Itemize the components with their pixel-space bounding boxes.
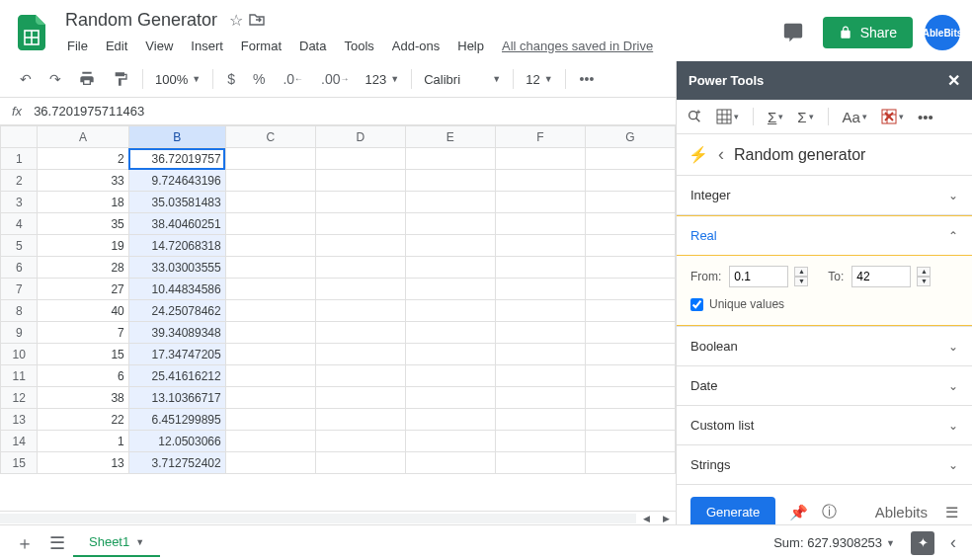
cell[interactable]: [585, 387, 675, 409]
cell[interactable]: [405, 344, 495, 365]
cell[interactable]: [225, 344, 315, 365]
cell[interactable]: 38: [38, 387, 128, 409]
cell[interactable]: 33: [38, 170, 128, 192]
cell[interactable]: [225, 322, 315, 344]
menu-file[interactable]: File: [59, 35, 96, 57]
cell[interactable]: [225, 279, 315, 300]
cell[interactable]: [315, 387, 405, 409]
cell[interactable]: [315, 344, 405, 365]
cell[interactable]: 38.40460251: [128, 213, 225, 235]
cell[interactable]: 35: [38, 213, 128, 235]
menu-data[interactable]: Data: [291, 35, 334, 57]
star-icon[interactable]: ☆: [229, 11, 243, 30]
tool-smart-icon[interactable]: [687, 109, 702, 124]
col-header-D[interactable]: D: [315, 126, 405, 148]
cell[interactable]: 15: [38, 344, 128, 365]
cell[interactable]: [585, 235, 675, 257]
cell[interactable]: 28: [38, 257, 128, 279]
cell[interactable]: 12.0503066: [128, 431, 225, 452]
paint-format-button[interactable]: [105, 65, 136, 93]
unique-checkbox-label[interactable]: Unique values: [690, 297, 958, 311]
cell[interactable]: [315, 322, 405, 344]
cell[interactable]: [225, 387, 315, 409]
cell[interactable]: 14.72068318: [128, 235, 225, 257]
row-header[interactable]: 13: [1, 409, 38, 431]
cell[interactable]: [315, 365, 405, 387]
cell[interactable]: [405, 279, 495, 300]
cell[interactable]: [315, 409, 405, 431]
row-header[interactable]: 1: [1, 148, 38, 170]
cell[interactable]: [315, 431, 405, 452]
cell[interactable]: [495, 213, 585, 235]
cell[interactable]: [585, 213, 675, 235]
menu-add-ons[interactable]: Add-ons: [384, 35, 447, 57]
decrease-decimal-button[interactable]: .0←: [275, 65, 311, 93]
cell[interactable]: [405, 170, 495, 192]
cell[interactable]: [405, 431, 495, 452]
col-header-A[interactable]: A: [38, 126, 128, 148]
doc-title[interactable]: Random Generator: [59, 8, 223, 33]
tool-clear-icon[interactable]: ▾: [881, 109, 904, 124]
formula-value[interactable]: 36.7201975711463: [34, 104, 144, 119]
cell[interactable]: [315, 257, 405, 279]
row-header[interactable]: 15: [1, 452, 38, 474]
zoom-select[interactable]: 100%▼: [149, 68, 206, 91]
row-header[interactable]: 7: [1, 279, 38, 300]
cell[interactable]: [495, 300, 585, 322]
row-header[interactable]: 3: [1, 192, 38, 213]
print-button[interactable]: [71, 65, 103, 93]
status-sum[interactable]: Sum: 627.9308253▼: [766, 531, 903, 554]
cell[interactable]: [585, 452, 675, 474]
cell[interactable]: [405, 300, 495, 322]
cell[interactable]: [225, 365, 315, 387]
unique-checkbox[interactable]: [690, 298, 703, 311]
cell[interactable]: 25.41616212: [128, 365, 225, 387]
share-button[interactable]: Share: [823, 17, 913, 48]
cell[interactable]: [585, 431, 675, 452]
cell[interactable]: 27: [38, 279, 128, 300]
cell[interactable]: [495, 431, 585, 452]
pin-icon[interactable]: 📌: [789, 504, 808, 521]
cell[interactable]: [405, 365, 495, 387]
cell[interactable]: 22: [38, 409, 128, 431]
cell[interactable]: 13.10366717: [128, 387, 225, 409]
cell[interactable]: [585, 365, 675, 387]
cell[interactable]: [315, 279, 405, 300]
cell[interactable]: 6.451299895: [128, 409, 225, 431]
section-boolean[interactable]: Boolean⌄: [677, 327, 972, 365]
row-header[interactable]: 9: [1, 322, 38, 344]
cell[interactable]: 9.724643196: [128, 170, 225, 192]
row-header[interactable]: 10: [1, 344, 38, 365]
tool-table-icon[interactable]: ▾: [716, 109, 739, 124]
undo-button[interactable]: ↶: [12, 65, 40, 93]
row-header[interactable]: 11: [1, 365, 38, 387]
cell[interactable]: [495, 322, 585, 344]
comments-icon[interactable]: [775, 15, 811, 50]
cell[interactable]: [315, 452, 405, 474]
cell[interactable]: [585, 257, 675, 279]
col-header-B[interactable]: B: [128, 126, 225, 148]
back-icon[interactable]: ‹: [718, 144, 724, 165]
move-icon[interactable]: [249, 12, 265, 30]
row-header[interactable]: 2: [1, 170, 38, 192]
cell[interactable]: [495, 192, 585, 213]
cell[interactable]: 36.72019757: [128, 148, 225, 170]
cell[interactable]: [405, 387, 495, 409]
cell[interactable]: [315, 235, 405, 257]
select-all-corner[interactable]: [1, 126, 38, 148]
generate-button[interactable]: Generate: [690, 497, 775, 524]
cell[interactable]: 1: [38, 431, 128, 452]
font-size-select[interactable]: 12▼: [520, 68, 558, 91]
cell[interactable]: [585, 148, 675, 170]
section-date[interactable]: Date⌄: [677, 366, 972, 405]
cell[interactable]: [315, 213, 405, 235]
tool-more-icon[interactable]: •••: [918, 109, 933, 125]
cell[interactable]: [225, 257, 315, 279]
menu-view[interactable]: View: [137, 35, 181, 57]
cell[interactable]: [225, 213, 315, 235]
col-header-G[interactable]: G: [585, 126, 675, 148]
cell[interactable]: [495, 344, 585, 365]
row-header[interactable]: 4: [1, 213, 38, 235]
cell[interactable]: 2: [38, 148, 128, 170]
toolbar-more-button[interactable]: •••: [572, 65, 603, 93]
